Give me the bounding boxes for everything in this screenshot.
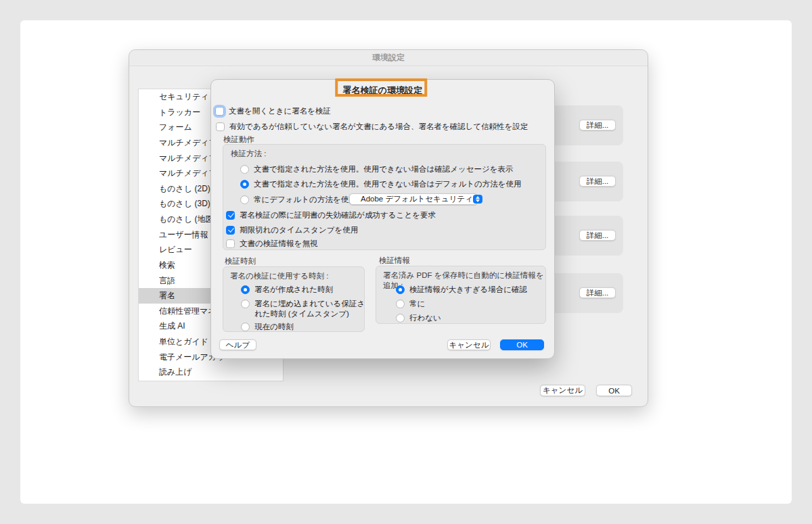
info-ask-row[interactable]: 検証情報が大きすぎる場合に確認 bbox=[396, 285, 527, 294]
popup-stepper-icon bbox=[473, 195, 482, 204]
verification-time-group: 署名の検証に使用する時刻 : 署名が作成された時刻 署名に埋め込まれている保証さ… bbox=[223, 266, 365, 332]
verification-info-group: 署名済み PDF を保存時に自動的に検証情報を追加 : 検証情報が大きすぎる場合… bbox=[376, 266, 546, 324]
method-always-default-label: 常にデフォルトの方法を使用 : bbox=[254, 195, 361, 205]
time-timestamp-label: 署名に埋め込まれている保証された時刻 (タイムスタンプ) bbox=[254, 299, 371, 318]
info-never-row[interactable]: 行わない bbox=[396, 313, 441, 323]
ignore-validation-info-label: 文書の検証情報を無視 bbox=[240, 239, 318, 249]
info-always-label: 常に bbox=[409, 299, 425, 309]
details-button-3[interactable]: 詳細... bbox=[579, 230, 616, 241]
expired-timestamp-label: 期限切れのタイムスタンプを使用 bbox=[240, 225, 358, 235]
method-prompt-label: 文書で指定された方法を使用。使用できない場合は確認メッセージを表示 bbox=[254, 164, 514, 174]
verification-time-sublabel: 署名の検証に使用する時刻 : bbox=[230, 271, 328, 281]
time-current-row[interactable]: 現在の時刻 bbox=[241, 322, 294, 331]
signature-verification-dialog: 署名検証の環境設定 文書を開くときに署名を検証 有効であるが信頼していない署名が… bbox=[210, 79, 555, 359]
ignore-validation-info-row[interactable]: 文書の検証情報を無視 bbox=[226, 239, 318, 248]
method-default-fallback-radio[interactable] bbox=[240, 180, 249, 189]
require-revocation-row[interactable]: 署名検証の際に証明書の失効確認が成功することを要求 bbox=[226, 210, 436, 220]
ignore-validation-info-checkbox[interactable] bbox=[226, 239, 235, 248]
info-ask-radio[interactable] bbox=[396, 285, 405, 294]
method-default-fallback-label: 文書で指定された方法を使用。使用できない場合はデフォルトの方法を使用 bbox=[254, 179, 522, 189]
preferences-ok-button[interactable]: OK bbox=[596, 385, 632, 396]
details-button-1[interactable]: 詳細... bbox=[579, 120, 616, 130]
time-timestamp-radio[interactable] bbox=[241, 300, 250, 308]
expired-timestamp-checkbox[interactable] bbox=[226, 226, 235, 235]
dialog-ok-button[interactable]: OK bbox=[500, 339, 544, 350]
verification-info-label: 検証情報 bbox=[379, 256, 410, 266]
info-always-row[interactable]: 常に bbox=[396, 299, 425, 308]
preferences-cancel-button[interactable]: キャンセル bbox=[540, 385, 585, 396]
dialog-cancel-button[interactable]: キャンセル bbox=[447, 339, 491, 350]
verification-time-label: 検証時刻 bbox=[225, 256, 256, 266]
default-method-value: Adobe デフォルトセキュリティ bbox=[350, 194, 473, 204]
trust-valid-signers-checkbox[interactable] bbox=[216, 122, 225, 131]
method-prompt-radio[interactable] bbox=[240, 165, 249, 174]
default-method-select[interactable]: Adobe デフォルトセキュリティ bbox=[349, 193, 478, 205]
preferences-title: 環境設定 bbox=[372, 52, 405, 64]
method-default-fallback-row[interactable]: 文書で指定された方法を使用。使用できない場合はデフォルトの方法を使用 bbox=[240, 179, 522, 189]
time-signed-row[interactable]: 署名が作成された時刻 bbox=[241, 285, 333, 294]
content-area: 環境設定 分類 : セキュリティ (拡 トラッカー フォーム マルチメディア (… bbox=[20, 20, 792, 504]
time-timestamp-row[interactable]: 署名に埋め込まれている保証された時刻 (タイムスタンプ) bbox=[241, 299, 371, 318]
details-button-2[interactable]: 詳細... bbox=[579, 176, 616, 187]
expired-timestamp-row[interactable]: 期限切れのタイムスタンプを使用 bbox=[226, 225, 358, 235]
require-revocation-label: 署名検証の際に証明書の失効確認が成功することを要求 bbox=[240, 210, 436, 220]
info-always-radio[interactable] bbox=[396, 300, 405, 308]
method-always-default-row[interactable]: 常にデフォルトの方法を使用 : bbox=[240, 195, 361, 204]
verification-behavior-label: 検証動作 bbox=[223, 135, 254, 145]
require-revocation-checkbox[interactable] bbox=[226, 211, 235, 220]
sidebar-item-read-aloud[interactable]: 読み上げ bbox=[139, 364, 283, 380]
dialog-title: 署名検証の環境設定 bbox=[211, 85, 554, 97]
time-current-radio[interactable] bbox=[241, 323, 250, 331]
verification-behavior-group: 検証方法 : 文書で指定された方法を使用。使用できない場合は確認メッセージを表示… bbox=[223, 144, 546, 250]
dialog-help-button[interactable]: ヘルプ bbox=[219, 339, 256, 350]
trust-valid-signers-label: 有効であるが信頼していない署名が文書にある場合、署名者を確認して信頼性を設定 bbox=[229, 122, 528, 132]
details-button-4[interactable]: 詳細... bbox=[579, 287, 616, 298]
time-signed-label: 署名が作成された時刻 bbox=[254, 285, 333, 295]
verification-method-label: 検証方法 : bbox=[231, 149, 266, 159]
preferences-titlebar: 環境設定 bbox=[129, 50, 648, 66]
verify-on-open-row[interactable]: 文書を開くときに署名を検証 bbox=[215, 106, 331, 116]
trust-valid-signers-row[interactable]: 有効であるが信頼していない署名が文書にある場合、署名者を確認して信頼性を設定 bbox=[216, 122, 528, 131]
method-prompt-row[interactable]: 文書で指定された方法を使用。使用できない場合は確認メッセージを表示 bbox=[240, 164, 514, 174]
time-signed-radio[interactable] bbox=[241, 285, 250, 294]
verify-on-open-checkbox[interactable] bbox=[215, 107, 224, 116]
verify-on-open-label: 文書を開くときに署名を検証 bbox=[229, 106, 331, 116]
time-current-label: 現在の時刻 bbox=[254, 322, 294, 332]
method-always-default-radio[interactable] bbox=[240, 195, 249, 204]
info-never-label: 行わない bbox=[409, 313, 441, 323]
info-ask-label: 検証情報が大きすぎる場合に確認 bbox=[409, 285, 527, 295]
info-never-radio[interactable] bbox=[396, 314, 405, 323]
